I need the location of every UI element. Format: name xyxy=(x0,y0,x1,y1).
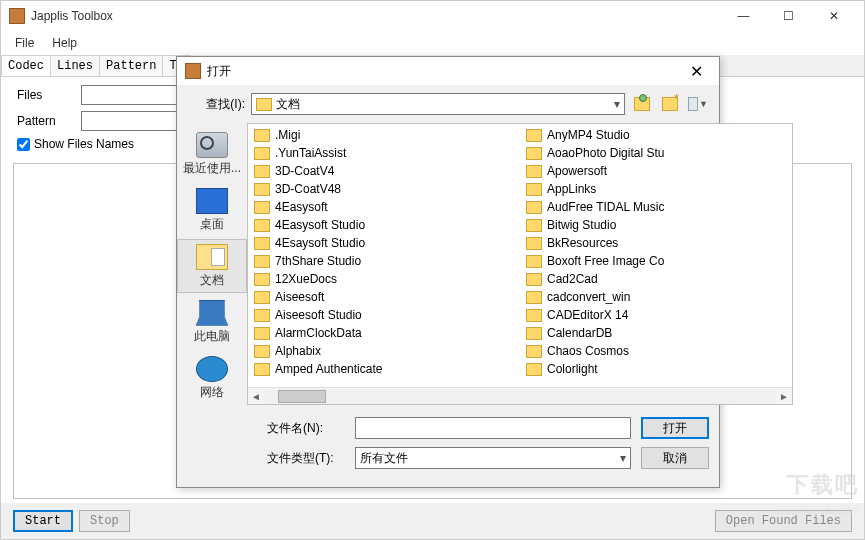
filename-label: 文件名(N): xyxy=(267,420,345,437)
folder-icon xyxy=(526,237,542,250)
chevron-down-icon: ▾ xyxy=(614,97,620,111)
place-documents[interactable]: 文档 xyxy=(177,239,247,293)
list-item[interactable]: 4Easysoft xyxy=(252,198,516,216)
list-item[interactable]: AnyMP4 Studio xyxy=(524,126,788,144)
close-button[interactable]: ✕ xyxy=(811,2,856,30)
filename-input[interactable] xyxy=(355,417,631,439)
item-label: Aiseesoft Studio xyxy=(275,308,362,322)
folder-icon xyxy=(254,219,270,232)
start-button[interactable]: Start xyxy=(13,510,73,532)
list-item[interactable]: Amped Authenticate xyxy=(252,360,516,378)
scroll-left-icon[interactable]: ◄ xyxy=(248,389,264,404)
menu-help[interactable]: Help xyxy=(44,33,85,53)
places-bar: 最近使用... 桌面 文档 此电脑 网络 xyxy=(177,123,247,411)
item-label: Bitwig Studio xyxy=(547,218,616,232)
scroll-right-icon[interactable]: ► xyxy=(776,389,792,404)
item-label: AppLinks xyxy=(547,182,596,196)
item-label: 7thShare Studio xyxy=(275,254,361,268)
list-item[interactable]: Boxoft Free Image Co xyxy=(524,252,788,270)
list-item[interactable]: Cad2Cad xyxy=(524,270,788,288)
folder-icon xyxy=(254,129,270,142)
list-item[interactable]: 3D-CoatV48 xyxy=(252,180,516,198)
list-item[interactable]: 4Easysoft Studio xyxy=(252,216,516,234)
item-label: Aiseesoft xyxy=(275,290,324,304)
list-item[interactable]: .Migi xyxy=(252,126,516,144)
item-label: cadconvert_win xyxy=(547,290,630,304)
folder-icon xyxy=(526,183,542,196)
folder-icon xyxy=(526,255,542,268)
item-label: 3D-CoatV4 xyxy=(275,164,334,178)
minimize-button[interactable]: — xyxy=(721,2,766,30)
file-list[interactable]: .Migi.YunTaiAssist3D-CoatV43D-CoatV484Ea… xyxy=(247,123,793,405)
list-item[interactable]: Aiseesoft Studio xyxy=(252,306,516,324)
view-menu-button[interactable]: ▼ xyxy=(687,93,709,115)
item-label: CADEditorX 14 xyxy=(547,308,628,322)
item-label: Alphabix xyxy=(275,344,321,358)
stop-button[interactable]: Stop xyxy=(79,510,130,532)
folder-icon xyxy=(254,273,270,286)
filetype-value: 所有文件 xyxy=(360,450,408,467)
list-item[interactable]: Alphabix xyxy=(252,342,516,360)
item-label: AnyMP4 Studio xyxy=(547,128,630,142)
list-item[interactable]: CADEditorX 14 xyxy=(524,306,788,324)
folder-icon xyxy=(254,147,270,160)
new-folder-button[interactable] xyxy=(659,93,681,115)
list-item[interactable]: Bitwig Studio xyxy=(524,216,788,234)
tab-lines[interactable]: Lines xyxy=(50,55,100,76)
list-item[interactable]: cadconvert_win xyxy=(524,288,788,306)
list-item[interactable]: AppLinks xyxy=(524,180,788,198)
list-item[interactable]: AlarmClockData xyxy=(252,324,516,342)
tab-codec[interactable]: Codec xyxy=(1,55,51,76)
list-item[interactable]: AoaoPhoto Digital Stu xyxy=(524,144,788,162)
open-found-button[interactable]: Open Found Files xyxy=(715,510,852,532)
scroll-thumb[interactable] xyxy=(278,390,326,403)
folder-icon xyxy=(254,165,270,178)
folder-icon xyxy=(526,219,542,232)
list-item[interactable]: 4Esaysoft Studio xyxy=(252,234,516,252)
maximize-button[interactable]: ☐ xyxy=(766,2,811,30)
folder-icon xyxy=(254,183,270,196)
folder-icon xyxy=(526,165,542,178)
show-files-checkbox[interactable] xyxy=(17,138,30,151)
folder-icon xyxy=(526,129,542,142)
item-label: Apowersoft xyxy=(547,164,607,178)
place-this-pc[interactable]: 此电脑 xyxy=(177,295,247,349)
up-one-level-button[interactable] xyxy=(631,93,653,115)
list-item[interactable]: Colorlight xyxy=(524,360,788,378)
place-recent[interactable]: 最近使用... xyxy=(177,127,247,181)
app-icon xyxy=(9,8,25,24)
folder-icon xyxy=(526,147,542,160)
cancel-button[interactable]: 取消 xyxy=(641,447,709,469)
dialog-title: 打开 xyxy=(207,63,681,80)
pattern-label: Pattern xyxy=(17,114,81,128)
folder-icon xyxy=(254,345,270,358)
files-label: Files xyxy=(17,88,81,102)
list-item[interactable]: Apowersoft xyxy=(524,162,788,180)
list-item[interactable]: .YunTaiAssist xyxy=(252,144,516,162)
open-button[interactable]: 打开 xyxy=(641,417,709,439)
list-item[interactable]: BkResources xyxy=(524,234,788,252)
list-item[interactable]: Chaos Cosmos xyxy=(524,342,788,360)
list-item[interactable]: 12XueDocs xyxy=(252,270,516,288)
lookin-combo[interactable]: 文档 ▾ xyxy=(251,93,625,115)
list-item[interactable]: CalendarDB xyxy=(524,324,788,342)
horizontal-scrollbar[interactable]: ◄ ► xyxy=(248,387,792,404)
folder-icon xyxy=(256,98,272,111)
dialog-close-button[interactable]: ✕ xyxy=(681,59,711,83)
recent-icon xyxy=(196,132,228,158)
open-dialog: 打开 ✕ 查找(I): 文档 ▾ ▼ 最近使用... 桌面 文档 xyxy=(176,56,720,488)
menu-file[interactable]: File xyxy=(7,33,42,53)
item-label: Colorlight xyxy=(547,362,598,376)
list-item[interactable]: 3D-CoatV4 xyxy=(252,162,516,180)
tab-pattern[interactable]: Pattern xyxy=(99,55,163,76)
dialog-icon xyxy=(185,63,201,79)
item-label: 12XueDocs xyxy=(275,272,337,286)
list-item[interactable]: 7thShare Studio xyxy=(252,252,516,270)
item-label: AudFree TIDAL Music xyxy=(547,200,664,214)
filetype-combo[interactable]: 所有文件 ▾ xyxy=(355,447,631,469)
place-desktop[interactable]: 桌面 xyxy=(177,183,247,237)
folder-icon xyxy=(254,201,270,214)
list-item[interactable]: Aiseesoft xyxy=(252,288,516,306)
list-item[interactable]: AudFree TIDAL Music xyxy=(524,198,788,216)
place-network[interactable]: 网络 xyxy=(177,351,247,405)
